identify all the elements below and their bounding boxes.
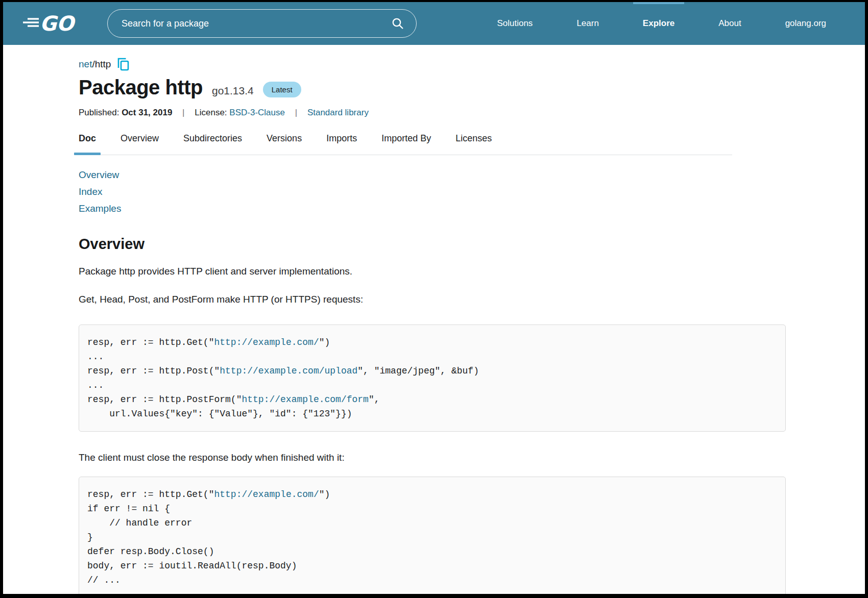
code-url-link[interactable]: http://example.com/form bbox=[242, 394, 368, 405]
code-line: } bbox=[87, 530, 777, 544]
toc-item: Index bbox=[79, 184, 788, 201]
code-line: resp, err := http.Get("http://example.co… bbox=[87, 335, 777, 350]
code-line: url.Values{"key": {"Value"}, "id": {"123… bbox=[87, 407, 777, 421]
tab-bar: DocOverviewSubdirectoriesVersionsImports… bbox=[79, 133, 732, 155]
published-date: Oct 31, 2019 bbox=[122, 108, 172, 117]
copy-path-icon[interactable] bbox=[117, 58, 129, 71]
code-text: defer resp.Body.Close() bbox=[87, 546, 214, 557]
code-text: ", "image/jpeg", &buf) bbox=[357, 366, 479, 376]
code-text: ", bbox=[369, 394, 380, 405]
nav-item-learn[interactable]: Learn bbox=[576, 2, 598, 45]
code-text: ") bbox=[319, 337, 330, 347]
code-text: // ... bbox=[87, 575, 120, 585]
code-example-block-2: resp, err := http.Get("http://example.co… bbox=[79, 477, 786, 598]
breadcrumb: net/http bbox=[79, 58, 788, 71]
toc-item: Overview bbox=[79, 167, 788, 184]
meta-separator: | bbox=[295, 108, 297, 117]
code-url-link[interactable]: http://example.com/upload bbox=[220, 366, 357, 376]
search-form bbox=[107, 9, 417, 38]
page-frame: GO SolutionsLearnExploreAboutgolang.org … bbox=[0, 0, 868, 598]
nav-item-golang-org[interactable]: golang.org bbox=[785, 2, 826, 45]
code-url-link[interactable]: http://example.com/ bbox=[214, 337, 319, 347]
page-title: Package http bbox=[79, 76, 203, 99]
code-text: resp, err := http.PostForm(" bbox=[87, 394, 242, 405]
code-example-block-1: resp, err := http.Get("http://example.co… bbox=[79, 325, 786, 432]
nav-item-about[interactable]: About bbox=[718, 2, 741, 45]
toc-link-examples[interactable]: Examples bbox=[79, 203, 121, 214]
doc-paragraph: Get, Head, Post, and PostForm make HTTP … bbox=[79, 294, 788, 305]
code-text: ... bbox=[87, 380, 104, 390]
code-line: resp, err := http.PostForm("http://examp… bbox=[87, 392, 777, 407]
latest-badge[interactable]: Latest bbox=[263, 82, 301, 97]
license-label: License: bbox=[195, 108, 227, 117]
tab-overview[interactable]: Overview bbox=[120, 133, 159, 155]
code-text: resp, err := http.Post(" bbox=[87, 366, 220, 376]
code-line: resp, err := http.Post("http://example.c… bbox=[87, 364, 777, 378]
code-line: resp, err := http.Get("http://example.co… bbox=[87, 487, 777, 502]
package-meta: Published: Oct 31, 2019 | License: BSD-3… bbox=[79, 108, 788, 118]
svg-text:GO: GO bbox=[40, 12, 76, 35]
title-row: Package http go1.13.4 Latest bbox=[79, 76, 788, 99]
code-text: if err != nil { bbox=[87, 504, 170, 514]
go-logo[interactable]: GO bbox=[22, 12, 84, 35]
code-text: ... bbox=[87, 352, 104, 362]
code-line: body, err := ioutil.ReadAll(resp.Body) bbox=[87, 559, 777, 573]
tab-imports[interactable]: Imports bbox=[326, 133, 357, 155]
doc-toc: OverviewIndexExamples bbox=[79, 167, 788, 217]
package-version: go1.13.4 bbox=[212, 85, 254, 97]
code-line: ... bbox=[87, 378, 777, 392]
tab-subdirectories[interactable]: Subdirectories bbox=[183, 133, 242, 155]
breadcrumb-net-link[interactable]: net bbox=[79, 59, 92, 70]
site-header: GO SolutionsLearnExploreAboutgolang.org bbox=[3, 2, 865, 45]
doc-paragraph: Package http provides HTTP client and se… bbox=[79, 266, 788, 277]
code-url-link[interactable]: http://example.com/ bbox=[214, 489, 319, 500]
code-text: body, err := ioutil.ReadAll(resp.Body) bbox=[87, 561, 297, 571]
toc-link-index[interactable]: Index bbox=[79, 186, 102, 197]
tab-licenses[interactable]: Licenses bbox=[455, 133, 492, 155]
code-text: url.Values{"key": {"Value"}, "id": {"123… bbox=[87, 409, 352, 419]
license-link[interactable]: BSD-3-Clause bbox=[229, 108, 285, 117]
toc-link-overview[interactable]: Overview bbox=[79, 169, 119, 180]
code-text: ") bbox=[319, 489, 330, 500]
tab-versions[interactable]: Versions bbox=[267, 133, 302, 155]
tab-doc[interactable]: Doc bbox=[79, 133, 96, 155]
section-heading-overview: Overview bbox=[79, 236, 788, 253]
primary-nav: SolutionsLearnExploreAboutgolang.org bbox=[497, 2, 826, 45]
code-text: resp, err := http.Get(" bbox=[87, 489, 214, 500]
doc-paragraph: The client must close the response body … bbox=[79, 452, 788, 463]
code-line: ... bbox=[87, 350, 777, 364]
code-line: // ... bbox=[87, 573, 777, 587]
meta-separator: | bbox=[182, 108, 184, 117]
code-line: // handle error bbox=[87, 516, 777, 530]
nav-item-solutions[interactable]: Solutions bbox=[497, 2, 533, 45]
search-icon[interactable] bbox=[392, 17, 404, 30]
go-logo-icon: GO bbox=[22, 12, 84, 35]
code-text: // handle error bbox=[87, 518, 192, 528]
code-line: if err != nil { bbox=[87, 502, 777, 516]
published-label: Published: bbox=[79, 108, 119, 117]
code-text: resp, err := http.Get(" bbox=[87, 337, 214, 347]
code-line: defer resp.Body.Close() bbox=[87, 544, 777, 559]
toc-item: Examples bbox=[79, 201, 788, 217]
code-text: } bbox=[87, 532, 93, 542]
breadcrumb-current: http bbox=[95, 59, 111, 70]
standard-library-link[interactable]: Standard library bbox=[307, 108, 369, 117]
main-content: net/http Package http go1.13.4 Latest Pu… bbox=[3, 58, 788, 598]
nav-item-explore[interactable]: Explore bbox=[643, 2, 674, 45]
tab-imported-by[interactable]: Imported By bbox=[381, 133, 431, 155]
search-input[interactable] bbox=[122, 18, 385, 29]
